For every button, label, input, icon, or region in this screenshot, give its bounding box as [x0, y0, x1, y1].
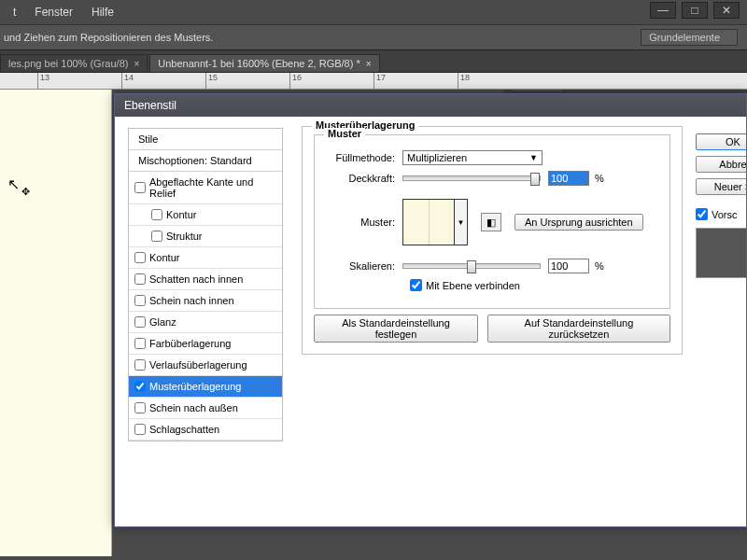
style-checkbox[interactable]	[134, 424, 146, 435]
reset-default-button[interactable]: Auf Standardeinstellung zurücksetzen	[487, 315, 670, 343]
minimize-button[interactable]: —	[650, 2, 676, 19]
close-button[interactable]: ✕	[713, 2, 740, 19]
percent-label: %	[595, 260, 604, 272]
close-icon[interactable]: ×	[134, 59, 139, 69]
style-bevel[interactable]: Abgeflachte Kante und Relief	[129, 172, 282, 204]
layer-style-dialog: Ebenenstil Stile Mischoptionen: Standard…	[114, 93, 747, 527]
style-bevel-struktur[interactable]: Struktur	[129, 226, 282, 247]
style-gradient-overlay[interactable]: Verlaufsüberlagerung	[129, 355, 282, 376]
snap-origin-icon[interactable]: ◧	[481, 213, 501, 231]
horizontal-ruler: 13 14 15 16 17 18	[0, 73, 747, 90]
ruler-tick: 17	[374, 73, 386, 90]
style-checkbox[interactable]	[134, 316, 146, 328]
style-pattern-overlay[interactable]: Musterüberlagerung	[129, 376, 282, 398]
maximize-button[interactable]: □	[682, 2, 708, 19]
styles-header[interactable]: Stile	[129, 129, 282, 150]
ruler-tick: 13	[37, 73, 49, 90]
style-stroke[interactable]: Kontur	[129, 247, 282, 269]
style-drop-shadow[interactable]: Schlagschatten	[129, 419, 282, 441]
workspace-dropdown[interactable]: Grundelemente	[641, 29, 738, 46]
scale-input[interactable]: 100	[548, 259, 589, 273]
style-checkbox[interactable]	[134, 338, 146, 349]
ruler-tick: 15	[205, 73, 218, 90]
snap-origin-button[interactable]: An Ursprung ausrichten	[514, 214, 643, 231]
style-satin[interactable]: Glanz	[129, 312, 282, 333]
percent-label: %	[595, 173, 604, 184]
blend-mode-label: Füllmethode:	[326, 152, 402, 163]
link-layer-label: Mit Ebene verbinden	[426, 280, 520, 291]
pattern-swatch[interactable]	[402, 199, 455, 245]
style-color-overlay[interactable]: Farbüberlagerung	[129, 333, 282, 355]
style-checkbox[interactable]	[134, 252, 146, 263]
move-cursor-icon: ↖	[7, 175, 28, 193]
pattern-label: Muster:	[326, 217, 402, 228]
document-tab[interactable]: Unbenannt-1 bei 1600% (Ebene 2, RGB/8) *…	[149, 54, 379, 72]
dialog-buttons: OK Abbre Neuer S Vorsc	[690, 117, 746, 526]
pattern-overlay-section: Musterüberlagerung Muster Füllmethode: M…	[302, 126, 683, 355]
canvas[interactable]	[0, 90, 112, 556]
link-layer-checkbox[interactable]	[410, 279, 422, 291]
opacity-input[interactable]: 100	[548, 171, 589, 186]
app-menu-bar: t Fenster Hilfe	[0, 0, 747, 24]
style-checkbox[interactable]	[134, 381, 146, 392]
style-inner-shadow[interactable]: Schatten nach innen	[129, 269, 282, 290]
options-hint: und Ziehen zum Repositionieren des Muste…	[4, 32, 213, 43]
preview-swatch	[696, 228, 746, 278]
document-tab[interactable]: les.png bei 100% (Grau/8) ×	[0, 54, 148, 72]
cancel-button[interactable]: Abbre	[696, 156, 746, 173]
ruler-tick: 18	[458, 73, 470, 90]
new-style-button[interactable]: Neuer S	[696, 178, 746, 195]
document-tab-label: les.png bei 100% (Grau/8)	[8, 58, 128, 69]
style-checkbox[interactable]	[134, 359, 146, 371]
make-default-button[interactable]: Als Standardeinstellung festlegen	[314, 315, 478, 343]
preview-label: Vorsc	[712, 209, 738, 220]
style-checkbox[interactable]	[134, 402, 146, 413]
style-checkbox[interactable]	[134, 273, 146, 285]
scale-label: Skalieren:	[326, 260, 402, 272]
opacity-label: Deckkraft:	[326, 173, 402, 184]
options-bar: und Ziehen zum Repositionieren des Muste…	[0, 24, 747, 50]
style-checkbox[interactable]	[151, 209, 162, 220]
window-controls: — □ ✕	[650, 2, 740, 19]
scale-slider[interactable]	[402, 263, 541, 269]
dialog-title: Ebenenstil	[115, 94, 746, 117]
muster-section: Muster Füllmethode: Multiplizieren ▼ Dec…	[314, 134, 670, 309]
styles-list: Stile Mischoptionen: Standard Abgeflacht…	[128, 128, 283, 441]
style-outer-glow[interactable]: Schein nach außen	[129, 398, 282, 419]
document-tabs: les.png bei 100% (Grau/8) × Unbenannt-1 …	[0, 50, 747, 73]
menu-item-hilfe[interactable]: Hilfe	[82, 6, 123, 19]
subsection-title: Muster	[324, 128, 365, 139]
menu-item[interactable]: t	[4, 6, 25, 19]
menu-item-fenster[interactable]: Fenster	[25, 6, 82, 19]
style-checkbox[interactable]	[151, 231, 162, 242]
chevron-down-icon: ▼	[529, 153, 538, 162]
pattern-picker-button[interactable]: ▼	[455, 199, 468, 245]
style-checkbox[interactable]	[134, 182, 146, 193]
style-bevel-kontur[interactable]: Kontur	[129, 204, 282, 226]
opacity-slider[interactable]	[402, 175, 541, 181]
ruler-tick: 16	[289, 73, 302, 90]
style-inner-glow[interactable]: Schein nach innen	[129, 290, 282, 312]
slider-thumb[interactable]	[530, 173, 540, 186]
style-checkbox[interactable]	[134, 295, 146, 306]
document-tab-label: Unbenannt-1 bei 1600% (Ebene 2, RGB/8) *	[158, 58, 359, 69]
preview-checkbox[interactable]	[696, 208, 708, 220]
ruler-tick: 14	[121, 73, 134, 90]
close-icon[interactable]: ×	[366, 59, 372, 69]
ok-button[interactable]: OK	[696, 133, 746, 150]
blend-mode-select[interactable]: Multiplizieren ▼	[402, 150, 543, 165]
slider-thumb[interactable]	[467, 260, 476, 273]
blend-options[interactable]: Mischoptionen: Standard	[129, 150, 282, 172]
